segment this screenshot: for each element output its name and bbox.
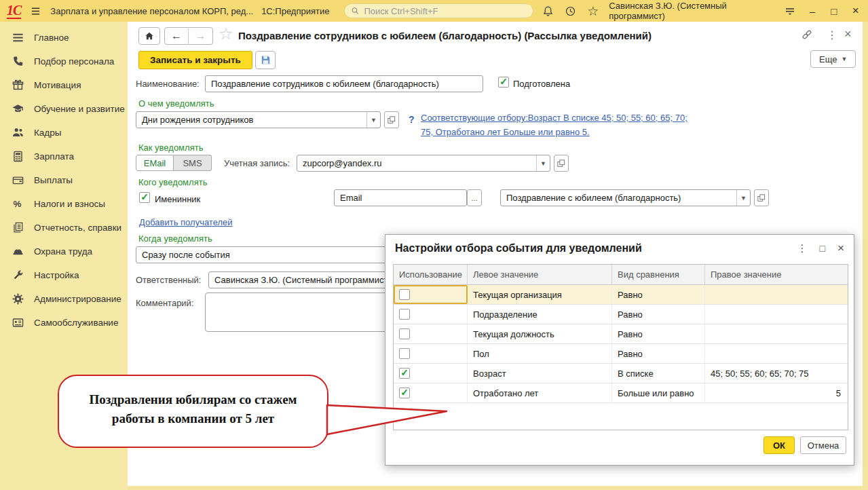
dialog-kebab-icon[interactable]: ⋮ <box>797 242 808 255</box>
dialog-maximize-icon[interactable]: □ <box>820 243 825 254</box>
sidebar-item-reports[interactable]: Отчетность, справки <box>0 216 128 240</box>
prepared-label: Подготовлена <box>513 79 570 89</box>
floppy-icon <box>260 54 271 66</box>
back-button[interactable]: ← <box>165 27 189 45</box>
contact-type-input[interactable]: Email <box>334 189 467 206</box>
cancel-button[interactable]: Отмена <box>800 436 846 454</box>
use-checkbox[interactable] <box>399 388 410 398</box>
dropdown-arrow-icon[interactable]: ▼ <box>366 112 380 128</box>
more-button[interactable]: Еще▼ <box>810 50 856 68</box>
save-and-close-button[interactable]: Записать и закрыть <box>138 51 252 69</box>
sidebar-item-hr[interactable]: Кадры <box>0 121 128 145</box>
report-icon <box>12 221 24 234</box>
comment-label: Комментарий: <box>136 298 194 308</box>
sidebar-item-training[interactable]: Обучение и развитие <box>0 97 128 121</box>
get-link-icon[interactable] <box>801 29 813 43</box>
minimize-button[interactable]: – <box>807 5 818 17</box>
table-row[interactable]: Текущая организация Равно <box>394 285 848 305</box>
dialog-close-icon[interactable]: × <box>837 242 844 255</box>
sidebar-item-taxes[interactable]: % Налоги и взносы <box>0 192 128 216</box>
top-bar: 1С Зарплата и управление персоналом КОРП… <box>0 0 868 22</box>
open-icon <box>388 116 396 124</box>
filter-settings-link[interactable]: Соответствующие отбору:Возраст В списке … <box>421 111 691 139</box>
current-user[interactable]: Савинская З.Ю. (Системный программист) <box>609 1 774 21</box>
save-button[interactable] <box>255 51 276 69</box>
wallet-icon <box>12 174 24 187</box>
use-checkbox[interactable] <box>399 309 410 320</box>
when-section-header: Когда уведомлять <box>138 233 212 244</box>
sidebar-item-self-service[interactable]: Самообслуживание <box>0 311 128 335</box>
menu-icon <box>12 31 24 44</box>
tab-email[interactable]: EMail <box>136 155 174 171</box>
ok-button[interactable]: ОК <box>763 436 795 454</box>
global-search[interactable] <box>344 3 533 18</box>
use-checkbox[interactable] <box>399 368 410 379</box>
sidebar-item-main[interactable]: Главное <box>0 26 128 50</box>
birthday-person-checkbox[interactable] <box>139 192 150 203</box>
open-event-button[interactable] <box>384 111 399 128</box>
annotation-callout: Поздравления юбилярам со стажем работы в… <box>58 375 328 448</box>
tab-sms[interactable]: SMS <box>174 155 212 171</box>
dialog-titlebar[interactable]: Настройки отбора события для уведомлений… <box>385 235 854 262</box>
use-checkbox[interactable] <box>399 348 410 359</box>
use-checkbox[interactable] <box>399 289 410 300</box>
sidebar-item-labor-safety[interactable]: Охрана труда <box>0 240 128 263</box>
calculator-icon <box>12 150 24 163</box>
sidebar-item-recruiting[interactable]: Подбор персонала <box>0 50 128 73</box>
close-form-icon[interactable]: × <box>844 27 852 41</box>
event-select[interactable]: Дни рождения сотрудников ▼ <box>136 111 381 128</box>
helmet-icon <box>12 245 24 258</box>
template-select[interactable]: Поздравление с юбилеем (благодарность) ▼ <box>500 189 751 206</box>
dropdown-arrow-icon[interactable]: ▼ <box>736 190 750 206</box>
search-input[interactable] <box>364 6 526 16</box>
responsible-select[interactable]: Савинская З.Ю. (Системный программист) <box>208 271 405 288</box>
comment-textarea[interactable] <box>205 293 402 332</box>
annotation-text: Поздравления юбилярам со стажем работы в… <box>74 390 312 428</box>
sidebar-item-salary[interactable]: Зарплата <box>0 145 128 168</box>
home-button[interactable] <box>138 27 160 45</box>
open-icon <box>557 159 565 168</box>
notifications-bell-icon[interactable] <box>542 4 554 18</box>
contact-type-pick-button[interactable]: ... <box>467 189 482 206</box>
open-icon <box>757 194 766 202</box>
annotation-callout-tail <box>324 399 453 441</box>
table-row[interactable]: Подразделение Равно <box>394 305 848 324</box>
open-account-button[interactable] <box>554 155 569 172</box>
chevron-down-icon: ▼ <box>841 56 847 62</box>
forward-button[interactable]: → <box>189 27 212 45</box>
open-template-button[interactable] <box>754 189 769 206</box>
main-menu-icon[interactable] <box>29 4 42 18</box>
favorites-star-icon[interactable]: ☆ <box>587 5 599 18</box>
prepared-checkbox[interactable] <box>498 77 509 88</box>
add-recipients-link[interactable]: Добавить получателей <box>139 217 233 227</box>
sidebar-item-settings[interactable]: Настройка <box>0 263 128 287</box>
when-select[interactable]: Сразу после события <box>136 246 394 263</box>
service-menu-icon[interactable] <box>784 4 797 18</box>
sidebar-item-motivation[interactable]: Мотивация <box>0 73 128 97</box>
favorite-star-icon[interactable]: ☆ <box>219 24 233 43</box>
form-menu-kebab-icon[interactable]: ⋮ <box>827 29 837 41</box>
table-row[interactable]: Текущая должность Равно <box>394 324 848 344</box>
page-title: Поздравление сотрудников с юбилеем (благ… <box>238 30 652 41</box>
home-icon <box>144 31 155 41</box>
table-row[interactable]: Возраст В списке 45; 50; 55; 60; 65; 70;… <box>394 364 848 383</box>
maximize-button[interactable]: □ <box>828 5 839 17</box>
history-icon[interactable] <box>565 4 578 18</box>
help-icon[interactable]: ? <box>409 114 415 125</box>
graduation-cap-icon <box>12 102 24 115</box>
people-icon <box>12 126 24 139</box>
table-row[interactable]: Пол Равно <box>394 344 848 364</box>
who-section-header: Кого уведомлять <box>138 177 207 187</box>
account-select[interactable]: zupcorp@yandex.ru ▼ <box>297 155 550 172</box>
sidebar-item-payments[interactable]: Выплаты <box>0 168 128 192</box>
name-input[interactable]: Поздравление сотрудников с юбилеем (благ… <box>205 75 483 92</box>
close-window-button[interactable]: × <box>850 4 861 18</box>
use-checkbox[interactable] <box>399 328 410 339</box>
sidebar-item-administration[interactable]: Администрирование <box>0 287 128 311</box>
dropdown-arrow-icon[interactable]: ▼ <box>536 155 550 171</box>
birthday-person-label: Именинник <box>155 194 200 204</box>
channel-tabs: EMail SMS <box>136 155 212 171</box>
nav-buttons: ← → <box>164 27 213 45</box>
search-icon <box>351 6 360 16</box>
table-row[interactable]: Отработано лет Больше или равно 5 <box>394 383 848 403</box>
